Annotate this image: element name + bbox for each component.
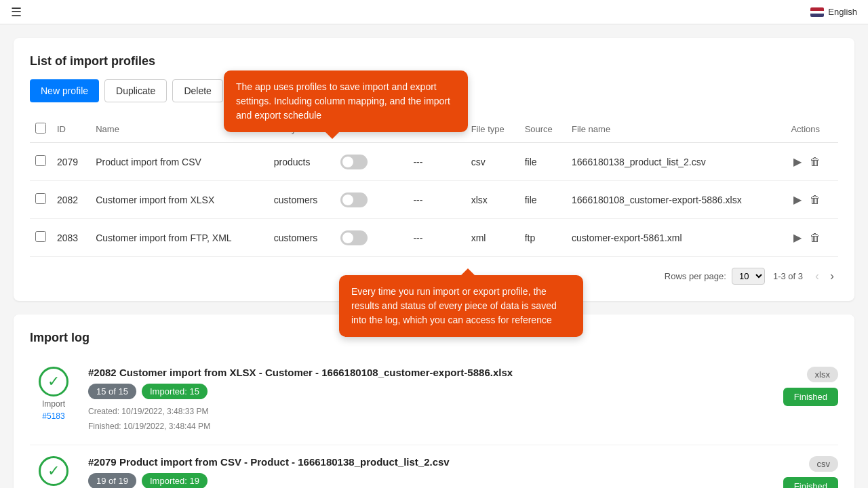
- cell-actions: ▶ 🗑: [785, 219, 838, 257]
- col-actions: Actions: [785, 116, 838, 143]
- profiles-card: The app uses profiles to save import and…: [14, 38, 854, 301]
- schedule-toggle-1[interactable]: [340, 192, 368, 207]
- log-body-1: #2079 Product import from CSV - Product …: [88, 456, 766, 488]
- check-circle-1: ✓: [39, 456, 68, 486]
- cell-id: 2082: [52, 181, 90, 219]
- top-bar: ☰ English: [0, 0, 868, 24]
- log-item-title-1: #2079 Product import from CSV - Product …: [88, 456, 766, 468]
- cell-source: ftp: [519, 219, 566, 257]
- log-item: ✓ Import #5183 #2082 Customer import fro…: [30, 356, 838, 445]
- duplicate-button[interactable]: Duplicate: [104, 79, 167, 102]
- callout-log: Every time you run import or export prof…: [339, 275, 583, 337]
- page-info: 1-3 of 3: [773, 271, 803, 281]
- cell-source: file: [519, 143, 566, 181]
- import-log-card: Import log ✓ Import #5183 #2082 Customer…: [14, 314, 854, 488]
- imported-badge-0: Imported: 15: [142, 384, 208, 399]
- check-circle-0: ✓: [39, 367, 68, 396]
- cell-id: 2083: [52, 219, 90, 257]
- cell-toggle[interactable]: [335, 219, 408, 257]
- delete-row-button-0[interactable]: 🗑: [807, 153, 823, 171]
- cell-name: Customer import from XLSX: [90, 181, 269, 219]
- log-icon-area-0: ✓ Import #5183: [30, 367, 77, 421]
- log-meta-0: Created: 10/19/2022, 3:48:33 PM Finished…: [88, 405, 766, 434]
- cell-entity: customers: [269, 181, 335, 219]
- created-date-0: Created: 10/19/2022, 3:48:33 PM: [88, 405, 766, 420]
- rows-per-page-select[interactable]: 10 25 50: [732, 268, 765, 285]
- col-source: Source: [519, 116, 566, 143]
- log-item: ✓ Import #5181 #2079 Product import from…: [30, 445, 838, 488]
- run-button-0[interactable]: ▶: [791, 152, 804, 171]
- select-all-checkbox[interactable]: [35, 123, 46, 134]
- cell-source: file: [519, 181, 566, 219]
- cell-file-type: xml: [466, 219, 519, 257]
- cell-schedule: ---: [408, 143, 465, 181]
- log-body-0: #2082 Customer import from XLSX - Custom…: [88, 367, 766, 434]
- row-checkbox-2[interactable]: [35, 231, 46, 242]
- menu-icon[interactable]: ☰: [11, 5, 22, 20]
- schedule-toggle-0[interactable]: [340, 155, 368, 169]
- finished-date-0: Finished: 10/19/2022, 3:48:44 PM: [88, 420, 766, 434]
- log-right-0: xlsx Finished: [777, 367, 838, 406]
- row-checkbox-1[interactable]: [35, 193, 46, 204]
- cell-file-name: customer-export-5861.xml: [566, 219, 785, 257]
- cell-name: Customer import from FTP, XML: [90, 219, 269, 257]
- col-id: ID: [52, 116, 90, 143]
- rows-per-page-label: Rows per page:: [665, 271, 726, 281]
- count-badge-1: 19 of 19: [88, 473, 136, 488]
- delete-button[interactable]: Delete: [172, 79, 222, 102]
- cell-name: Product import from CSV: [90, 143, 269, 181]
- cell-actions: ▶ 🗑: [785, 181, 838, 219]
- import-label-0: Import: [42, 399, 65, 409]
- cell-toggle[interactable]: [335, 143, 408, 181]
- language-label: English: [828, 7, 857, 17]
- cell-file-type: csv: [466, 143, 519, 181]
- cell-toggle[interactable]: [335, 181, 408, 219]
- log-item-title-0: #2082 Customer import from XLSX - Custom…: [88, 367, 766, 378]
- col-file-type: File type: [466, 116, 519, 143]
- log-icon-area-1: ✓ Import #5181: [30, 456, 77, 488]
- flag-icon: [810, 7, 824, 17]
- schedule-toggle-2[interactable]: [340, 230, 368, 245]
- cell-actions: ▶ 🗑: [785, 143, 838, 181]
- delete-row-button-2[interactable]: 🗑: [807, 229, 823, 247]
- prev-page-button[interactable]: ‹: [811, 268, 823, 285]
- cell-file-type: xlsx: [466, 181, 519, 219]
- callout-profiles: The app uses profiles to save import and…: [224, 70, 468, 132]
- import-link-0[interactable]: #5183: [42, 411, 64, 421]
- cell-file-name: 1666180108_customer-export-5886.xlsx: [566, 181, 785, 219]
- profiles-title: List of import profiles: [30, 54, 838, 68]
- col-file-name: File name: [566, 116, 785, 143]
- file-type-badge-1: csv: [809, 456, 839, 472]
- cell-id: 2079: [52, 143, 90, 181]
- profiles-table: ID Name Entity On schedule Schedule File…: [30, 116, 838, 257]
- status-badge-0: Finished: [783, 388, 838, 406]
- cell-schedule: ---: [408, 219, 465, 257]
- log-right-1: csv Finished: [777, 456, 838, 488]
- status-badge-1: Finished: [783, 477, 838, 488]
- cell-schedule: ---: [408, 181, 465, 219]
- cell-entity: products: [269, 143, 335, 181]
- cell-file-name: 1666180138_product_list_2.csv: [566, 143, 785, 181]
- delete-row-button-1[interactable]: 🗑: [807, 191, 823, 209]
- language-selector[interactable]: English: [810, 7, 857, 17]
- row-checkbox-0[interactable]: [35, 155, 46, 166]
- next-page-button[interactable]: ›: [826, 268, 838, 285]
- log-badges-0: 15 of 15 Imported: 15: [88, 384, 766, 399]
- new-profile-button[interactable]: New profile: [30, 79, 99, 102]
- run-button-2[interactable]: ▶: [791, 228, 804, 247]
- file-type-badge-0: xlsx: [807, 367, 838, 382]
- imported-badge-1: Imported: 19: [142, 473, 208, 488]
- table-row: 2079 Product import from CSV products --…: [30, 143, 838, 181]
- table-row: 2083 Customer import from FTP, XML custo…: [30, 219, 838, 257]
- cell-entity: customers: [269, 219, 335, 257]
- table-row: 2082 Customer import from XLSX customers…: [30, 181, 838, 219]
- log-badges-1: 19 of 19 Imported: 19: [88, 473, 766, 488]
- run-button-1[interactable]: ▶: [791, 190, 804, 209]
- count-badge-0: 15 of 15: [88, 384, 136, 399]
